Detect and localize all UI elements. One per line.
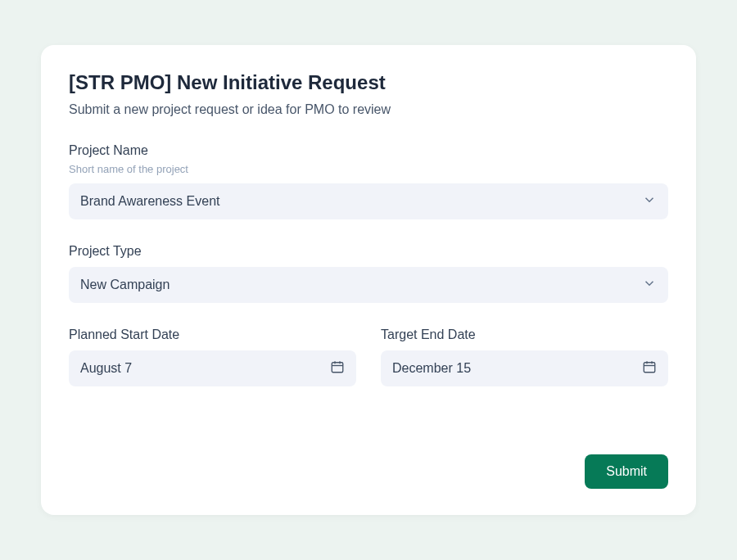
end-date-input[interactable]: December 15 (381, 350, 668, 386)
project-name-label: Project Name (69, 143, 668, 158)
project-type-select[interactable]: New Campaign (69, 267, 668, 303)
start-date-label: Planned Start Date (69, 327, 356, 342)
project-name-field: Project Name Short name of the project B… (69, 143, 668, 219)
project-type-field: Project Type New Campaign (69, 244, 668, 303)
form-body: Project Name Short name of the project B… (69, 143, 668, 454)
form-subtitle: Submit a new project request or idea for… (69, 102, 668, 117)
start-date-value: August 7 (80, 361, 132, 376)
calendar-icon (330, 359, 345, 377)
submit-button[interactable]: Submit (585, 454, 668, 489)
start-date-input[interactable]: August 7 (69, 350, 356, 386)
form-card: [STR PMO] New Initiative Request Submit … (41, 45, 696, 515)
calendar-icon (642, 359, 657, 377)
date-row: Planned Start Date August 7 Target End D… (69, 327, 668, 411)
end-date-label: Target End Date (381, 327, 668, 342)
svg-rect-4 (644, 363, 655, 373)
project-name-value: Brand Awareness Event (80, 194, 219, 209)
start-date-field: Planned Start Date August 7 (69, 327, 356, 386)
project-type-value: New Campaign (80, 278, 170, 292)
project-name-select[interactable]: Brand Awareness Event (69, 183, 668, 219)
end-date-value: December 15 (392, 361, 471, 376)
chevron-down-icon (642, 192, 657, 210)
project-name-hint: Short name of the project (69, 163, 668, 175)
form-title: [STR PMO] New Initiative Request (69, 71, 668, 94)
form-footer: Submit (69, 454, 668, 489)
project-type-label: Project Type (69, 244, 668, 259)
chevron-down-icon (642, 276, 657, 294)
svg-rect-0 (332, 363, 343, 373)
end-date-field: Target End Date December 15 (381, 327, 668, 386)
